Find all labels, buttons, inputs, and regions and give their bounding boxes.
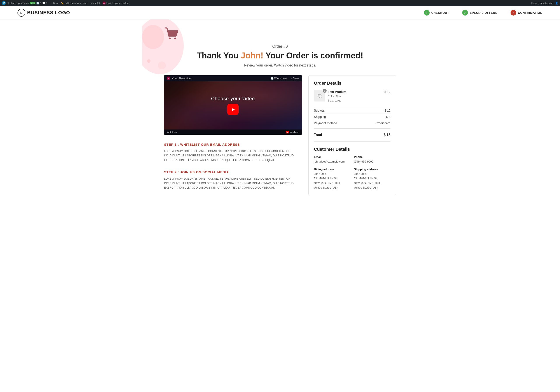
- video-top-bar: E Video Placeholder 🕐 Watch Later ↗ Shar…: [164, 75, 302, 81]
- video-play-area: Choose your video: [211, 96, 255, 115]
- howdy-text: Howdy, fahad-hamid 👤: [531, 2, 558, 5]
- payment-line: Payment method Credit card: [314, 120, 390, 126]
- edit-page-button[interactable]: ✏️ Edit Thank You Page: [61, 2, 87, 5]
- product-thumbnail: 🖼 1: [314, 90, 325, 101]
- svg-point-8: [174, 38, 176, 40]
- video-bottom-bar: Watch on ▶ YouTube: [164, 130, 302, 135]
- subtotal-line: Subtotal $ 12: [314, 107, 390, 113]
- funnel-steps: ✓ CHECKOUT ✓ SPECIAL OFFERS ● CONFIRMATI…: [424, 10, 542, 16]
- phone-value: (999) 999-9999: [354, 160, 390, 164]
- youtube-logo: ▶ YouTube: [286, 131, 299, 133]
- video-actions: 🕐 Watch Later ↗ Share: [270, 77, 299, 80]
- email-field: Email john.doe@example.com: [314, 155, 350, 164]
- svg-point-5: [147, 59, 150, 63]
- billing-label: Billing address: [314, 168, 350, 171]
- site-name[interactable]: Fahad Divi 5 Demo Live 🔄 1 💬 0: [8, 2, 48, 5]
- video-embed[interactable]: E Video Placeholder 🕐 Watch Later ↗ Shar…: [164, 75, 302, 135]
- confirmation-icon: ●: [510, 10, 516, 16]
- billing-field: Billing address John Doe 711-2880 Nulla …: [314, 168, 350, 190]
- cart-icon-wrapper: [164, 26, 396, 42]
- video-choose-text: Choose your video: [211, 96, 255, 101]
- special-offers-icon: ✓: [462, 10, 468, 16]
- left-column: E Video Placeholder 🕐 Watch Later ↗ Shar…: [164, 75, 302, 198]
- total-divider: [314, 128, 390, 129]
- product-qty-badge: 1: [323, 89, 327, 93]
- wp-logo[interactable]: W: [2, 1, 6, 5]
- video-thumbnail[interactable]: Choose your video: [164, 81, 302, 130]
- step-1-title: STEP 1 : WHITELIST OUR EMAIL ADDRESS: [164, 143, 302, 146]
- brand-logo[interactable]: B BUSINESS LOGO: [18, 9, 70, 17]
- main-content: Order #0 Thank You John! Your Order is c…: [160, 20, 400, 211]
- shipping-value: John Doe 711-2880 Nulla St New York, NY …: [354, 172, 390, 190]
- shipping-field: Shipping address John Doe 711-2880 Nulla…: [354, 168, 390, 190]
- admin-bar: W Fahad Divi 5 Demo Live 🔄 1 💬 0 ＋ New ✏…: [0, 0, 560, 6]
- order-subtitle: Review your order. Watch video for next …: [164, 63, 396, 67]
- step-checkout[interactable]: ✓ CHECKOUT: [424, 10, 449, 16]
- svg-point-3: [142, 25, 164, 49]
- customer-details-title: Customer Details: [314, 147, 390, 152]
- step-2-title: STEP 2 : JOIN US ON SOCIAL MEDIA: [164, 170, 302, 174]
- shipping-line: Shipping $ 3: [314, 113, 390, 120]
- right-column: Order Details 🖼 1 Test Product Color: Bl…: [309, 75, 396, 195]
- step-confirmation[interactable]: ● CONFIRMATION: [510, 10, 542, 16]
- two-col-layout: E Video Placeholder 🕐 Watch Later ↗ Shar…: [164, 75, 396, 198]
- step-1-block: STEP 1 : WHITELIST OUR EMAIL ADDRESS LOR…: [164, 143, 302, 162]
- phone-label: Phone: [354, 155, 390, 159]
- checkout-icon: ✓: [424, 10, 430, 16]
- product-row: 🖼 1 Test Product Color: Blue Size: Large: [314, 90, 390, 103]
- order-headline: Thank You John! Your Order is confirmed!: [164, 51, 396, 60]
- step-2-body: LOREM IPSUM DOLOR SIT AMET, CONSECTETUR …: [164, 177, 302, 190]
- order-number: Order #0: [164, 44, 396, 49]
- customer-divider: [314, 141, 390, 141]
- site-header: B BUSINESS LOGO ✓ CHECKOUT ✓ SPECIAL OFF…: [0, 6, 560, 20]
- shipping-label: Shipping address: [354, 168, 390, 171]
- new-post-button[interactable]: ＋ New: [50, 1, 58, 5]
- product-name: Test Product: [328, 90, 382, 94]
- order-details-title: Order Details: [314, 81, 390, 86]
- product-size: Size: Large: [328, 99, 382, 103]
- total-line: Total $ 15: [314, 131, 390, 139]
- funnelkit-button[interactable]: FunnelKit: [90, 2, 100, 4]
- svg-text:B: B: [20, 11, 22, 14]
- phone-field: Phone (999) 999-9999: [354, 155, 390, 164]
- step-special-offers[interactable]: ✓ SPECIAL OFFERS: [462, 10, 497, 16]
- email-label: Email: [314, 155, 350, 159]
- order-card: Order Details 🖼 1 Test Product Color: Bl…: [309, 75, 396, 195]
- svg-point-7: [169, 38, 171, 40]
- divi-button[interactable]: D Enable Visual Builder: [103, 1, 129, 5]
- step-2-block: STEP 2 : JOIN US ON SOCIAL MEDIA LOREM I…: [164, 170, 302, 190]
- billing-value: John Doe 711-2880 Nulla St New York, NY …: [314, 172, 350, 190]
- product-info: Test Product Color: Blue Size: Large: [328, 90, 382, 103]
- step-1-body: LOREM IPSUM DOLOR SIT AMET, CONSECTETUR …: [164, 149, 302, 162]
- product-color: Color: Blue: [328, 94, 382, 99]
- product-price: $ 12: [385, 90, 390, 94]
- email-value: john.doe@example.com: [314, 160, 350, 164]
- play-button[interactable]: [227, 104, 239, 115]
- customer-grid: Email john.doe@example.com Phone (999) 9…: [314, 155, 390, 190]
- cart-icon: [164, 26, 179, 41]
- elementor-badge: E: [167, 77, 170, 80]
